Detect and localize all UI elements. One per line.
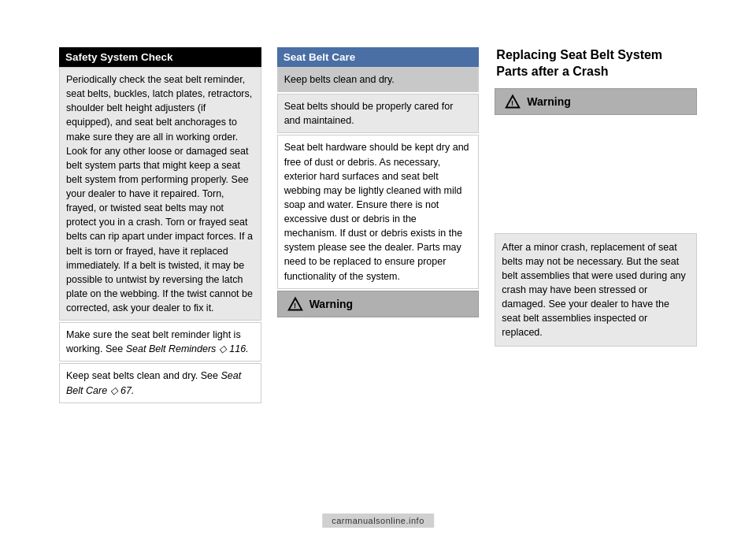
col3-warning-label: Warning [527,95,570,108]
svg-text:!: ! [294,302,296,310]
col2-hardware-text: Seat belt hardware should be kept dry an… [277,135,480,288]
content-area: Safety System Check Periodically check t… [0,0,756,534]
col2-hardware-text-content: Seat belt hardware should be kept dry an… [284,142,469,281]
watermark: carmanualsonline.info [322,514,434,528]
column-1: Safety System Check Periodically check t… [59,47,261,487]
col2-cared-for: Seat belts should be properly cared for … [277,94,480,133]
col1-reminder-text-content: Make sure the seat belt reminder light i… [66,329,249,354]
col2-warning-label: Warning [309,298,353,310]
col3-after-crash-text: After a minor crash, replacement of seat… [502,242,685,339]
col1-header: Safety System Check [59,47,261,67]
col1-clean-text: Keep seat belts clean and dry. See Seat … [59,363,261,402]
col1-main-text: Periodically check the seat belt reminde… [59,67,261,321]
col2-keep-clean: Keep belts clean and dry. [277,67,480,92]
page-container: Safety System Check Periodically check t… [0,0,756,534]
col3-warning-empty [495,117,697,227]
col2-warning-banner: ! Warning [277,291,480,317]
col2-cared-for-text: Seat belts should be properly cared for … [284,101,454,126]
column-3: Replacing Seat Belt System Parts after a… [495,47,697,487]
col1-clean-text-content: Keep seat belts clean and dry. See Seat … [66,370,241,395]
col1-reminder-text: Make sure the seat belt reminder light i… [59,322,261,362]
col3-warning-triangle-icon: ! [505,94,521,109]
warning-triangle-icon: ! [287,296,303,312]
svg-text:!: ! [511,99,513,107]
column-2: Seat Belt Care Keep belts clean and dry.… [277,47,480,487]
col2-header: Seat Belt Care [277,47,480,67]
col1-main-text-content: Periodically check the seat belt reminde… [66,74,253,313]
col2-keep-clean-text: Keep belts clean and dry. [284,74,395,85]
col3-after-crash-box: After a minor crash, replacement of seat… [495,233,697,347]
col3-warning-banner: ! Warning [495,88,697,115]
col3-title: Replacing Seat Belt System Parts after a… [495,47,697,80]
